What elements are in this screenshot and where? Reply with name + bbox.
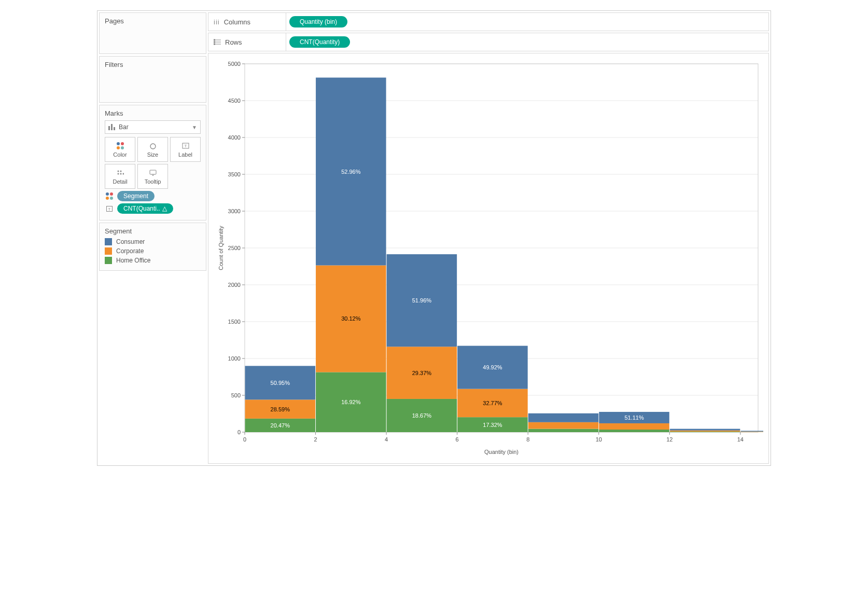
svg-point-3 [150, 144, 156, 149]
legend-title: Segment [105, 227, 201, 235]
size-icon [149, 142, 157, 150]
svg-text:0: 0 [243, 436, 246, 443]
bar-segment[interactable] [670, 432, 740, 432]
color-dots-icon [117, 142, 124, 150]
svg-text:500: 500 [231, 392, 241, 398]
bar-percent-label: 32.77% [483, 400, 502, 406]
bar-segment[interactable] [740, 431, 763, 431]
filters-shelf[interactable]: Filters [99, 56, 206, 103]
legend-item[interactable]: Corporate [105, 247, 201, 255]
bar-segment[interactable] [599, 423, 669, 430]
chevron-down-icon: ▼ [192, 125, 197, 130]
legend-swatch [105, 257, 112, 264]
svg-text:6: 6 [456, 436, 459, 443]
svg-text:8: 8 [526, 436, 529, 443]
bar-percent-label: 49.92% [483, 364, 502, 370]
tooltip-icon [149, 169, 157, 177]
color-button[interactable]: Color [105, 137, 135, 162]
bar-icon [108, 124, 116, 130]
svg-point-6 [117, 170, 119, 172]
bar-percent-label: 17.32% [483, 422, 502, 428]
y-axis-label: Count of Quantity [218, 226, 224, 270]
pages-label: Pages [105, 17, 201, 25]
bar-segment[interactable] [528, 429, 599, 432]
columns-icon: iii [214, 18, 220, 26]
rows-icon [214, 39, 221, 45]
bar-segment[interactable] [528, 413, 599, 422]
pill-cnt[interactable]: CNT(Quanti..△ [117, 203, 173, 214]
svg-rect-11 [150, 170, 156, 174]
bar-percent-label: 18.67% [412, 412, 432, 419]
size-button[interactable]: Size [137, 137, 168, 162]
svg-rect-17 [214, 39, 215, 41]
bar-percent-label: 50.95% [271, 380, 290, 386]
marks-label: Marks [105, 109, 201, 117]
rows-shelf[interactable]: Rows CNT(Quantity) [208, 33, 769, 51]
legend-swatch [105, 238, 112, 245]
bar-percent-label: 16.92% [341, 399, 361, 405]
marks-card: Marks Bar ▼ Color [99, 105, 206, 220]
marks-pill-segment[interactable]: Segment [105, 191, 201, 201]
svg-text:10: 10 [596, 436, 602, 443]
label-icon: T [182, 142, 189, 150]
tooltip-button[interactable]: Tooltip [137, 164, 168, 189]
svg-point-9 [120, 173, 121, 174]
legend-card: Segment ConsumerCorporateHome Office [99, 223, 206, 271]
legend-label: Consumer [116, 238, 145, 245]
svg-rect-18 [214, 42, 215, 43]
legend-item[interactable]: Home Office [105, 257, 201, 264]
delta-icon: △ [162, 205, 167, 212]
columns-label: Columns [224, 18, 250, 26]
columns-shelf[interactable]: iii Columns Quantity (bin) [208, 12, 769, 31]
svg-text:5000: 5000 [228, 61, 241, 67]
svg-point-10 [122, 173, 124, 174]
svg-text:2000: 2000 [228, 282, 241, 288]
svg-text:0: 0 [237, 429, 241, 435]
svg-point-8 [117, 173, 119, 174]
x-axis-label: Quantity (bin) [484, 449, 519, 455]
svg-rect-2 [114, 127, 115, 130]
bar-percent-label: 20.47% [271, 422, 290, 429]
svg-text:14: 14 [737, 436, 744, 443]
filters-label: Filters [105, 61, 201, 68]
color-dots-icon [105, 192, 114, 200]
svg-rect-1 [111, 124, 113, 130]
columns-pill[interactable]: Quantity (bin) [289, 16, 347, 27]
label-icon: T [105, 206, 114, 212]
rows-label: Rows [225, 38, 242, 46]
rows-pill[interactable]: CNT(Quantity) [289, 36, 350, 48]
chart-viz[interactable]: 0500100015002000250030003500400045005000… [208, 53, 769, 464]
bar-segment[interactable] [670, 429, 740, 431]
svg-rect-0 [108, 126, 110, 130]
bar-percent-label: 51.96% [412, 297, 432, 303]
svg-text:3000: 3000 [228, 208, 241, 214]
bar-percent-label: 51.11% [624, 414, 644, 421]
bar-segment[interactable] [528, 422, 599, 429]
svg-text:2500: 2500 [228, 245, 241, 251]
bar-segment[interactable] [599, 430, 669, 432]
svg-text:4: 4 [385, 436, 388, 443]
bar-percent-label: 28.59% [271, 406, 290, 412]
bar-percent-label: 30.12% [341, 315, 361, 322]
svg-text:T: T [108, 207, 111, 211]
mark-type-dropdown[interactable]: Bar ▼ [105, 120, 201, 134]
legend-swatch [105, 247, 112, 255]
detail-button[interactable]: Detail [105, 164, 135, 189]
bar-percent-label: 52.96% [341, 169, 361, 175]
marks-pill-cnt[interactable]: T CNT(Quanti..△ [105, 203, 201, 214]
pages-shelf[interactable]: Pages [99, 12, 206, 54]
svg-text:12: 12 [666, 436, 673, 443]
svg-text:3500: 3500 [228, 171, 241, 177]
mark-type-label: Bar [119, 123, 129, 131]
svg-rect-19 [214, 44, 215, 45]
label-button[interactable]: T Label [170, 137, 201, 162]
bar-percent-label: 29.37% [412, 370, 432, 376]
legend-label: Corporate [116, 247, 144, 255]
svg-text:T: T [184, 144, 187, 148]
svg-text:2: 2 [314, 436, 317, 443]
svg-text:1500: 1500 [228, 319, 241, 325]
bar-segment[interactable] [740, 432, 763, 432]
legend-item[interactable]: Consumer [105, 238, 201, 245]
bar-segment[interactable] [670, 431, 740, 432]
pill-segment[interactable]: Segment [117, 191, 155, 201]
